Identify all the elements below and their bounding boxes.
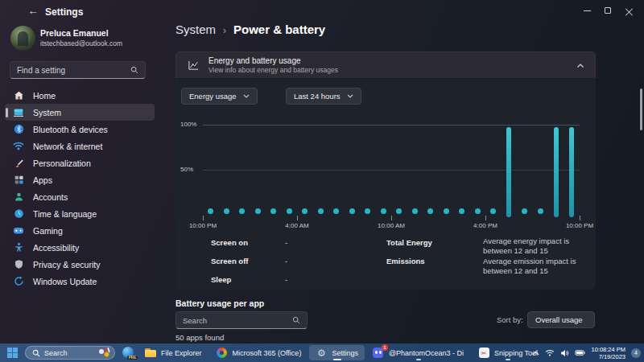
find-setting-search[interactable] bbox=[10, 61, 146, 79]
taskbar-clock[interactable]: 10:08:24 PM 7/19/2023 bbox=[591, 346, 625, 360]
chart-dot bbox=[407, 125, 423, 215]
tray-date: 7/19/2023 bbox=[591, 353, 625, 360]
hidden-icons-chevron[interactable] bbox=[532, 351, 539, 356]
chart-dot bbox=[439, 125, 455, 215]
sidebar: Preluca Emanuel itstechbased@outlook.com… bbox=[0, 21, 161, 343]
sidebar-item-personalization[interactable]: Personalization bbox=[5, 154, 155, 171]
app-search-box[interactable] bbox=[175, 311, 308, 329]
sidebar-item-home[interactable]: Home bbox=[5, 87, 155, 104]
home-icon bbox=[13, 90, 24, 101]
sidebar-item-label: Time & language bbox=[33, 209, 97, 219]
minimize-button[interactable] bbox=[576, 3, 597, 18]
sidebar-item-bluetooth-devices[interactable]: Bluetooth & devices bbox=[5, 121, 155, 138]
system-icon bbox=[13, 107, 24, 118]
taskbar-app-label: Snipping Tool bbox=[494, 349, 538, 357]
sidebar-item-privacy-security[interactable]: Privacy & security bbox=[5, 256, 155, 273]
wifi-icon[interactable] bbox=[545, 349, 555, 356]
folder-icon bbox=[145, 348, 156, 357]
sidebar-item-label: System bbox=[33, 108, 61, 117]
copilot-preview-badge: PRE bbox=[127, 356, 138, 360]
energy-usage-card-header[interactable]: Energy and battery usage View info about… bbox=[175, 51, 596, 79]
maximize-icon bbox=[605, 7, 611, 14]
sidebar-item-network-internet[interactable]: Network & internet bbox=[5, 138, 155, 154]
sidebar-nav: Home System Bluetooth & devices Network … bbox=[5, 87, 155, 290]
battery-level-chart: 100% 50% 10:00 PM4:00 AM10:00 AM4:00 PM1… bbox=[175, 113, 596, 232]
chart-dot bbox=[345, 125, 361, 215]
window-title: Settings bbox=[45, 6, 83, 18]
usage-type-value: Energy usage bbox=[189, 92, 237, 101]
page-title: Power & battery bbox=[233, 23, 325, 36]
sidebar-item-label: Privacy & security bbox=[33, 260, 100, 269]
sidebar-item-label: Bluetooth & devices bbox=[33, 125, 108, 134]
chart-dot bbox=[423, 125, 439, 215]
taskbar-app-file-explorer[interactable]: File Explorer bbox=[138, 345, 208, 360]
chart-bar bbox=[564, 125, 580, 215]
copilot-button[interactable]: PRE bbox=[122, 347, 134, 359]
battery-icon[interactable] bbox=[575, 349, 585, 356]
account-email: itstechbased@outlook.com bbox=[40, 39, 122, 47]
search-icon bbox=[292, 316, 300, 324]
taskbar-app-microsoft-365[interactable]: Microsoft 365 (Office) bbox=[210, 345, 308, 360]
taskbar-app-settings[interactable]: ⚙ Settings bbox=[309, 345, 365, 360]
sidebar-item-system[interactable]: System bbox=[5, 104, 155, 121]
y-tick-100: 100% bbox=[180, 121, 201, 128]
taskbar-app-label: File Explorer bbox=[161, 349, 202, 357]
maximize-button[interactable] bbox=[597, 3, 618, 18]
close-button[interactable] bbox=[618, 3, 639, 18]
sidebar-item-label: Home bbox=[33, 91, 56, 101]
line-chart-icon bbox=[188, 60, 200, 72]
tray-time: 10:08:24 PM bbox=[591, 346, 625, 353]
start-button[interactable] bbox=[6, 347, 19, 359]
sort-dropdown[interactable]: Overall usage bbox=[527, 311, 595, 328]
sidebar-item-time-language[interactable]: Time & language bbox=[5, 205, 155, 222]
back-button[interactable]: ← bbox=[26, 4, 40, 19]
chart-dot bbox=[313, 125, 329, 215]
taskbar-apps: File Explorer Microsoft 365 (Office) ⚙ S… bbox=[138, 343, 544, 362]
desktop: ← Settings Preluca Emanuel itstechbased@… bbox=[0, 0, 644, 362]
apps-found-count: 50 apps found bbox=[175, 333, 224, 342]
sort-by-label: Sort by: bbox=[497, 315, 523, 324]
volume-icon[interactable] bbox=[560, 349, 569, 357]
shield-icon bbox=[13, 259, 24, 270]
chart-dot bbox=[533, 125, 549, 215]
scrollbar-thumb[interactable] bbox=[640, 88, 642, 130]
sidebar-item-label: Gaming bbox=[33, 226, 63, 236]
time-range-dropdown[interactable]: Last 24 hours bbox=[286, 88, 361, 105]
gear-icon: ⚙ bbox=[317, 348, 326, 359]
account-name: Preluca Emanuel bbox=[40, 28, 109, 38]
chart-dot bbox=[297, 125, 313, 215]
sidebar-item-label: Personalization bbox=[33, 158, 91, 168]
usage-type-dropdown[interactable]: Energy usage bbox=[181, 88, 258, 105]
avatar[interactable] bbox=[10, 26, 35, 51]
brush-icon bbox=[13, 158, 24, 169]
breadcrumb: System › Power & battery bbox=[175, 23, 325, 36]
sidebar-item-label: Accounts bbox=[33, 192, 68, 202]
settings-window: ← Settings Preluca Emanuel itstechbased@… bbox=[0, 0, 644, 343]
sidebar-item-gaming[interactable]: Gaming bbox=[5, 222, 155, 239]
search-input[interactable] bbox=[17, 66, 130, 75]
app-search-input[interactable] bbox=[183, 316, 292, 325]
sidebar-item-label: Accessibility bbox=[33, 243, 79, 253]
taskbar-app-label: @PhantomOcean3 - Di bbox=[389, 349, 464, 357]
sidebar-item-label: Apps bbox=[33, 175, 52, 185]
notification-center-badge[interactable]: 4 bbox=[631, 348, 641, 358]
taskbar-app-discord[interactable]: 1 @PhantomOcean3 - Di bbox=[366, 345, 470, 360]
sidebar-item-accounts[interactable]: Accounts bbox=[5, 188, 155, 205]
sidebar-item-accessibility[interactable]: Accessibility bbox=[5, 239, 155, 256]
taskbar-search[interactable]: Search bbox=[25, 346, 115, 360]
chart-dot bbox=[250, 125, 266, 215]
search-icon bbox=[130, 66, 138, 74]
sidebar-item-label: Network & internet bbox=[33, 142, 102, 151]
stat-value: Average emission impact is between 12 an… bbox=[483, 257, 584, 276]
card-subtitle: View info about energy and battery usage… bbox=[208, 66, 338, 75]
chevron-up-icon[interactable] bbox=[576, 61, 585, 71]
sidebar-item-apps[interactable]: Apps bbox=[5, 171, 155, 188]
chart-dot bbox=[203, 125, 219, 215]
accessibility-icon bbox=[13, 242, 24, 253]
close-icon bbox=[625, 7, 633, 14]
chart-dot bbox=[360, 125, 376, 215]
stat-label: Sleep bbox=[211, 275, 231, 284]
sidebar-item-windows-update[interactable]: Windows Update bbox=[5, 273, 155, 290]
breadcrumb-root[interactable]: System bbox=[175, 23, 216, 36]
chart-bar bbox=[548, 125, 564, 215]
